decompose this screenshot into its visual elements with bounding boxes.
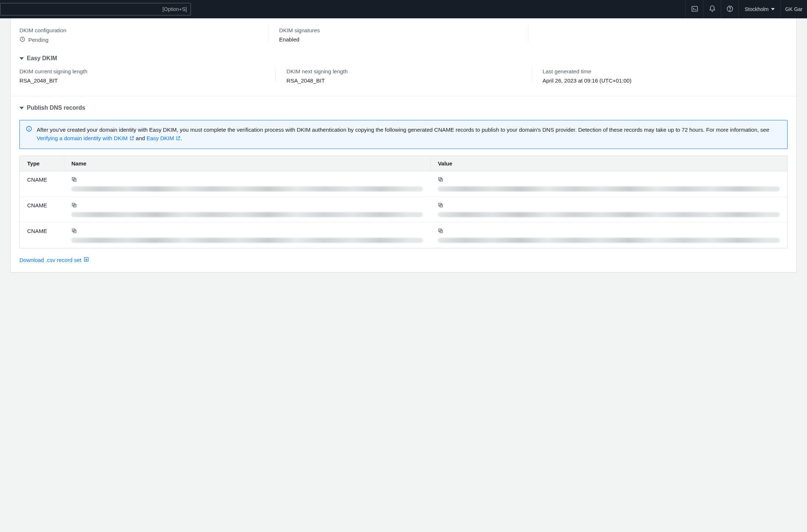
copy-name-button[interactable] <box>71 228 77 235</box>
copy-value-button[interactable] <box>438 202 444 209</box>
caret-down-icon <box>19 107 24 109</box>
table-row: CNAME <box>20 197 787 222</box>
external-link-icon <box>129 135 134 143</box>
table-row: CNAME <box>20 222 787 248</box>
redacted-value <box>438 186 780 192</box>
dkim-signatures-label: DKIM signatures <box>279 27 517 33</box>
download-csv-link[interactable]: Download .csv record set <box>19 256 89 263</box>
dkim-next-length-value: RSA_2048_BIT <box>286 77 520 84</box>
region-selector[interactable]: Stockholm <box>738 0 780 18</box>
help-button[interactable] <box>721 0 738 18</box>
notifications-button[interactable] <box>703 0 721 18</box>
dns-records-table: Type Name Value CNAMECNAMECNAME <box>19 156 788 248</box>
copy-name-button[interactable] <box>71 176 77 183</box>
dkim-config-status: Pending <box>28 37 48 43</box>
svg-rect-0 <box>692 6 697 11</box>
external-link-icon <box>175 135 181 143</box>
account-menu[interactable]: GK Gar <box>781 0 807 18</box>
help-icon <box>726 5 734 14</box>
copy-name-button[interactable] <box>71 202 77 209</box>
svg-point-3 <box>730 10 730 10</box>
global-search[interactable]: [Option+S] <box>0 3 191 15</box>
record-name-cell <box>64 222 430 248</box>
info-icon <box>26 125 32 143</box>
col-value[interactable]: Value <box>430 156 787 171</box>
easy-dkim-title: Easy DKIM <box>27 55 57 62</box>
col-name[interactable]: Name <box>64 156 430 171</box>
verify-dkim-link[interactable]: Verifying a domain identity with DKIM <box>37 135 134 141</box>
search-keyhint: [Option+S] <box>162 6 187 12</box>
record-type: CNAME <box>20 171 64 197</box>
dns-info-alert: After you've created your domain identit… <box>19 120 788 149</box>
record-type: CNAME <box>20 197 64 222</box>
record-type: CNAME <box>20 222 64 248</box>
pending-icon <box>19 36 25 43</box>
record-name-cell <box>64 171 430 197</box>
redacted-value <box>438 238 780 243</box>
dkim-next-length-label: DKIM next signing length <box>286 68 520 74</box>
dkim-card: DKIM configuration Pending DKIM signatur… <box>10 18 797 273</box>
last-generated-value: April 26, 2023 at 09:16 (UTC+01:00) <box>543 77 777 84</box>
easy-dkim-link[interactable]: Easy DKIM <box>146 135 181 141</box>
col-type[interactable]: Type <box>20 156 64 171</box>
dkim-current-length-value: RSA_2048_BIT <box>19 77 264 84</box>
dns-info-text: After you've created your domain identit… <box>37 125 781 143</box>
download-csv-label: Download .csv record set <box>19 257 81 263</box>
user-label: GK Gar <box>785 6 803 12</box>
redacted-value <box>71 212 423 217</box>
copy-value-button[interactable] <box>438 176 444 183</box>
dkim-signatures-value: Enabled <box>279 36 517 43</box>
top-nav: [Option+S] Stockholm GK Gar <box>0 0 807 18</box>
copy-value-button[interactable] <box>438 228 444 235</box>
dkim-current-length-label: DKIM current signing length <box>19 68 264 74</box>
bell-icon <box>709 5 716 14</box>
terminal-icon <box>691 5 698 14</box>
redacted-value <box>71 238 423 243</box>
cloudshell-button[interactable] <box>685 0 703 18</box>
record-value-cell <box>430 171 787 197</box>
record-name-cell <box>64 197 430 222</box>
caret-down-icon <box>19 57 24 60</box>
dkim-config-value: Pending <box>19 36 257 43</box>
publish-dns-title: Publish DNS records <box>27 105 85 111</box>
redacted-value <box>438 212 780 217</box>
redacted-value <box>71 186 423 192</box>
record-value-cell <box>430 222 787 248</box>
region-label: Stockholm <box>745 6 768 12</box>
record-value-cell <box>430 197 787 222</box>
dkim-config-label: DKIM configuration <box>19 27 257 33</box>
easy-dkim-toggle[interactable]: Easy DKIM <box>11 47 796 64</box>
publish-dns-toggle[interactable]: Publish DNS records <box>11 96 796 113</box>
svg-point-7 <box>29 127 29 128</box>
table-row: CNAME <box>20 171 787 197</box>
last-generated-label: Last generated time <box>543 68 777 74</box>
download-icon <box>83 256 89 263</box>
caret-down-icon <box>771 8 775 10</box>
